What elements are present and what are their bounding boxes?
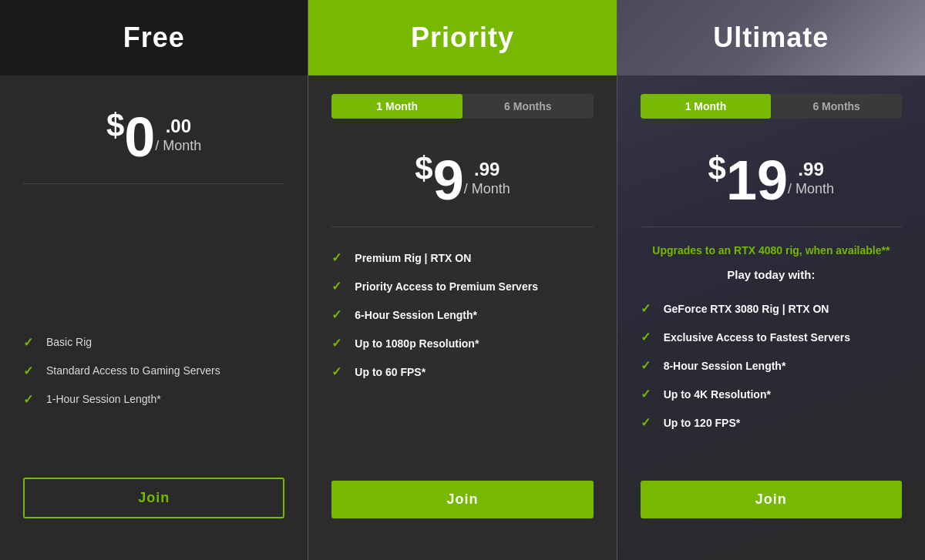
free-features: ✓ Basic Rig ✓ Standard Access to Gaming … <box>23 335 284 463</box>
pricing-container: Free $ 0 .00 / Month ✓ Basic Rig <box>0 0 925 560</box>
feature-label: Up to 60 FPS* <box>355 366 426 378</box>
feature-label: Up to 1080p Resolution* <box>355 337 479 350</box>
list-item: ✓ Premium Rig | RTX ON <box>331 250 593 265</box>
priority-billing-1month[interactable]: 1 Month <box>331 94 462 119</box>
feature-label: 1-Hour Session Length* <box>46 393 161 405</box>
ultimate-billing-toggle: 1 Month 6 Months <box>641 94 902 119</box>
ultimate-price-display: $ 19 .99 / Month <box>641 153 902 208</box>
ultimate-billing-6months[interactable]: 6 Months <box>771 94 902 119</box>
check-icon: ✓ <box>641 301 653 316</box>
list-item: ✓ Priority Access to Premium Servers <box>331 279 593 293</box>
priority-billing-toggle: 1 Month 6 Months <box>331 94 593 119</box>
ultimate-price-section: $ 19 .99 / Month <box>641 137 902 226</box>
check-icon: ✓ <box>641 330 653 344</box>
priority-divider <box>331 226 593 227</box>
priority-title: Priority <box>411 22 514 53</box>
ultimate-header: Ultimate <box>617 0 925 75</box>
ultimate-upgrade-note: Upgrades to an RTX 4080 rig, when availa… <box>641 243 902 259</box>
ultimate-price-dollar: $ <box>708 153 726 185</box>
check-icon: ✓ <box>641 358 653 373</box>
list-item: ✓ Up to 120 FPS* <box>641 415 902 430</box>
priority-price-period: / Month <box>464 181 510 197</box>
ultimate-price-cents-period: .99 / Month <box>788 159 834 197</box>
check-icon: ✓ <box>331 364 344 379</box>
free-join-button[interactable]: Join <box>23 478 284 518</box>
list-item: ✓ GeForce RTX 3080 Rig | RTX ON <box>641 301 902 316</box>
free-price-dollar: $ <box>106 109 124 142</box>
free-price-display: $ 0 .00 / Month <box>23 109 284 165</box>
feature-label: Premium Rig | RTX ON <box>355 252 471 264</box>
free-spacer <box>23 200 284 327</box>
free-price-cents-period: .00 / Month <box>155 116 201 154</box>
check-icon: ✓ <box>641 387 653 401</box>
ultimate-join-button[interactable]: Join <box>641 481 902 518</box>
feature-label: Standard Access to Gaming Servers <box>46 364 220 377</box>
ultimate-price-cents: .99 <box>788 159 834 181</box>
priority-price-main: 9 <box>433 153 464 208</box>
ultimate-price-period: / Month <box>788 181 834 197</box>
ultimate-divider <box>641 226 902 227</box>
list-item: ✓ Up to 1080p Resolution* <box>331 336 593 350</box>
plan-free: Free $ 0 .00 / Month ✓ Basic Rig <box>0 0 308 560</box>
ultimate-features: ✓ GeForce RTX 3080 Rig | RTX ON ✓ Exclus… <box>641 301 902 465</box>
check-icon: ✓ <box>331 279 344 293</box>
free-price-period: / Month <box>155 138 201 154</box>
check-icon: ✓ <box>23 392 35 407</box>
check-icon: ✓ <box>23 364 35 378</box>
free-price-main: 0 <box>124 109 155 165</box>
ultimate-play-today: Play today with: <box>641 268 902 281</box>
ultimate-billing-1month[interactable]: 1 Month <box>641 94 772 119</box>
feature-label: 8-Hour Session Length* <box>664 360 786 372</box>
list-item: ✓ 8-Hour Session Length* <box>641 358 902 373</box>
check-icon: ✓ <box>23 335 35 350</box>
list-item: ✓ Exclusive Access to Fastest Servers <box>641 330 902 344</box>
list-item: ✓ Up to 4K Resolution* <box>641 387 902 401</box>
priority-price-dollar: $ <box>415 153 432 185</box>
feature-label: 6-Hour Session Length* <box>355 309 477 321</box>
free-divider <box>23 183 284 184</box>
priority-price-section: $ 9 .99 / Month <box>331 137 593 226</box>
check-icon: ✓ <box>331 307 344 322</box>
free-join-wrapper: Join <box>23 462 284 542</box>
feature-label: Exclusive Access to Fastest Servers <box>664 331 850 344</box>
priority-header: Priority <box>308 0 616 75</box>
feature-label: Up to 120 FPS* <box>664 417 741 429</box>
priority-join-wrapper: Join <box>331 465 593 542</box>
ultimate-body: 1 Month 6 Months $ 19 .99 / Month Upgrad… <box>617 75 925 560</box>
feature-label: Basic Rig <box>46 336 92 348</box>
list-item: ✓ 6-Hour Session Length* <box>331 307 593 322</box>
list-item: ✓ 1-Hour Session Length* <box>23 392 284 407</box>
list-item: ✓ Up to 60 FPS* <box>331 364 593 379</box>
priority-body: 1 Month 6 Months $ 9 .99 / Month ✓ Premi… <box>308 75 616 560</box>
free-price-cents: .00 <box>155 116 201 138</box>
ultimate-join-wrapper: Join <box>641 465 902 542</box>
ultimate-title: Ultimate <box>713 22 829 53</box>
plan-priority: Priority 1 Month 6 Months $ 9 .99 / Mont… <box>308 0 617 560</box>
priority-price-cents: .99 <box>464 159 510 181</box>
plan-ultimate: Ultimate 1 Month 6 Months $ 19 .99 / Mon… <box>617 0 925 560</box>
free-title: Free <box>123 22 185 53</box>
priority-features: ✓ Premium Rig | RTX ON ✓ Priority Access… <box>331 250 593 465</box>
free-price-section: $ 0 .00 / Month <box>23 94 284 183</box>
priority-price-display: $ 9 .99 / Month <box>331 153 593 208</box>
free-body: $ 0 .00 / Month ✓ Basic Rig ✓ Standard A <box>0 75 308 560</box>
feature-label: Up to 4K Resolution* <box>664 388 771 401</box>
list-item: ✓ Basic Rig <box>23 335 284 350</box>
feature-label: Priority Access to Premium Servers <box>355 280 538 293</box>
check-icon: ✓ <box>641 415 653 430</box>
check-icon: ✓ <box>331 336 344 350</box>
priority-price-cents-period: .99 / Month <box>464 159 510 197</box>
free-header: Free <box>0 0 308 75</box>
priority-billing-6months[interactable]: 6 Months <box>462 94 594 119</box>
list-item: ✓ Standard Access to Gaming Servers <box>23 364 284 378</box>
priority-join-button[interactable]: Join <box>331 481 593 518</box>
feature-label: GeForce RTX 3080 Rig | RTX ON <box>664 303 829 315</box>
check-icon: ✓ <box>331 250 344 265</box>
ultimate-price-main: 19 <box>726 153 788 208</box>
